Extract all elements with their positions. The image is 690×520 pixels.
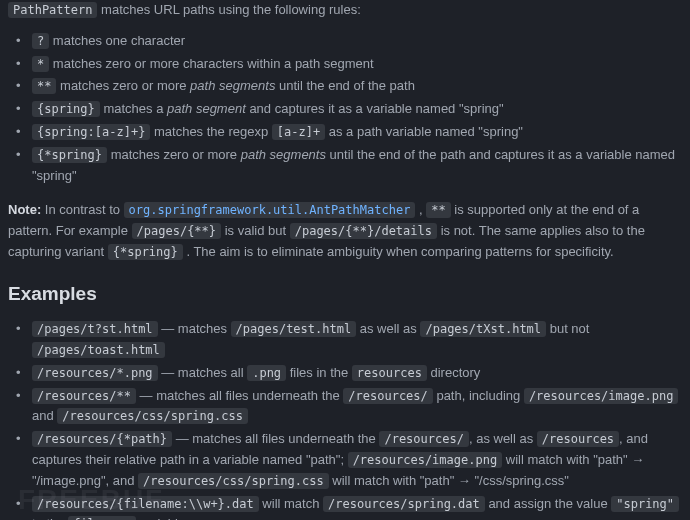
- note-paragraph: Note: In contrast to org.springframework…: [8, 200, 682, 262]
- example-code: "spring": [611, 496, 679, 512]
- example-text: will match with "path" → "/css/spring.cs…: [329, 473, 569, 488]
- rule-item: ** matches zero or more path segments un…: [22, 76, 682, 97]
- rule-item: * matches zero or more characters within…: [22, 54, 682, 75]
- example-text: but not: [546, 321, 589, 336]
- example-code: /pages/test.html: [231, 321, 357, 337]
- example-code: .png: [247, 365, 286, 381]
- code-starspring: {*spring}: [108, 244, 183, 260]
- example-item: /resources/{filename:\\w+}.dat will matc…: [22, 494, 682, 520]
- example-text: — matches all files underneath the: [172, 431, 379, 446]
- intro-paragraph: PathPattern matches URL paths using the …: [8, 0, 682, 21]
- example-text: and: [32, 408, 57, 423]
- rule-item: {spring:[a-z]+} matches the regexp [a-z]…: [22, 122, 682, 143]
- example-code: /pages/tXst.html: [420, 321, 546, 337]
- rule-code: ?: [32, 33, 49, 49]
- note-text-1: In contrast to: [45, 202, 124, 217]
- rule-text: matches zero or more: [107, 147, 241, 162]
- example-text: , as well as: [469, 431, 537, 446]
- example-code: /resources/{*path}: [32, 431, 172, 447]
- rule-text: matches one character: [49, 33, 185, 48]
- example-code: /resources: [537, 431, 619, 447]
- rule-item: {*spring} matches zero or more path segm…: [22, 145, 682, 187]
- example-text: and assign the value: [485, 496, 611, 511]
- example-text: variable: [136, 516, 185, 520]
- rules-list: ? matches one character* matches zero or…: [8, 31, 682, 187]
- example-text: to the: [32, 516, 68, 520]
- rule-code: **: [32, 78, 56, 94]
- rule-text: matches a: [100, 101, 167, 116]
- rule-text: as a path variable named "spring": [325, 124, 523, 139]
- example-code: /resources/image.png: [348, 452, 503, 468]
- examples-list: /pages/t?st.html — matches /pages/test.h…: [8, 319, 682, 520]
- example-code: /resources/css/spring.css: [57, 408, 248, 424]
- code-pathpattern: PathPattern: [8, 2, 97, 18]
- rule-text: and captures it as a variable named "spr…: [246, 101, 504, 116]
- example-code: /resources/{filename:\\w+}.dat: [32, 496, 259, 512]
- example-code: /resources/**: [32, 388, 136, 404]
- rule-code: {spring}: [32, 101, 100, 117]
- example-code: /resources/: [343, 388, 432, 404]
- note-label: Note:: [8, 202, 41, 217]
- code-pages-valid: /pages/{**}: [132, 223, 221, 239]
- example-text: — matches all: [158, 365, 248, 380]
- example-code: /resources/image.png: [524, 388, 679, 404]
- example-text: as well as: [356, 321, 420, 336]
- example-text: directory: [427, 365, 480, 380]
- rule-text: matches the regexp: [150, 124, 271, 139]
- rule-emphasis: path segments: [190, 78, 275, 93]
- rule-code: *: [32, 56, 49, 72]
- examples-heading: Examples: [8, 279, 682, 309]
- example-code: /resources/spring.dat: [323, 496, 485, 512]
- example-code: /pages/t?st.html: [32, 321, 158, 337]
- code-doublestar: **: [426, 202, 450, 218]
- example-text: files in the: [286, 365, 352, 380]
- example-code: filename: [68, 516, 136, 520]
- example-text: will match: [259, 496, 323, 511]
- example-code: /resources/css/spring.css: [138, 473, 329, 489]
- rule-code: {*spring}: [32, 147, 107, 163]
- rule-item: ? matches one character: [22, 31, 682, 52]
- rule-item: {spring} matches a path segment and capt…: [22, 99, 682, 120]
- example-code: /pages/toast.html: [32, 342, 165, 358]
- code-pages-invalid: /pages/{**}/details: [290, 223, 437, 239]
- example-code: resources: [352, 365, 427, 381]
- code-antpathmatcher: org.springframework.util.AntPathMatcher: [124, 202, 416, 218]
- rule-text: matches zero or more characters within a…: [49, 56, 373, 71]
- example-text: path, including: [433, 388, 524, 403]
- rule-code: {spring:[a-z]+}: [32, 124, 150, 140]
- example-item: /pages/t?st.html — matches /pages/test.h…: [22, 319, 682, 361]
- rule-emphasis: path segments: [241, 147, 326, 162]
- example-item: /resources/** — matches all files undern…: [22, 386, 682, 428]
- example-item: /resources/*.png — matches all .png file…: [22, 363, 682, 384]
- example-code: /resources/*.png: [32, 365, 158, 381]
- example-text: — matches: [158, 321, 231, 336]
- rule-text: until the end of the path: [275, 78, 415, 93]
- rule-code: [a-z]+: [272, 124, 325, 140]
- rule-text: matches zero or more: [56, 78, 190, 93]
- example-text: — matches all files underneath the: [136, 388, 343, 403]
- rule-emphasis: path segment: [167, 101, 246, 116]
- example-code: /resources/: [379, 431, 468, 447]
- note-text-4: is valid but: [225, 223, 290, 238]
- note-text-6: . The aim is to eliminate ambiguity when…: [186, 244, 613, 259]
- intro-text: matches URL paths using the following ru…: [101, 2, 361, 17]
- example-item: /resources/{*path} — matches all files u…: [22, 429, 682, 491]
